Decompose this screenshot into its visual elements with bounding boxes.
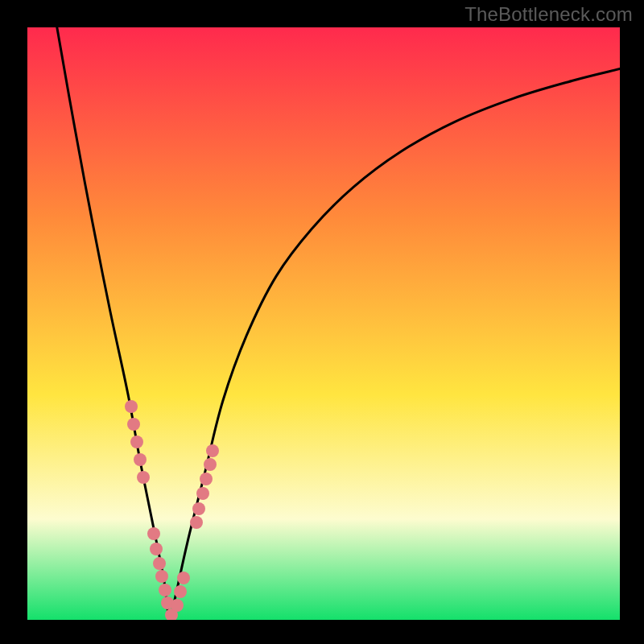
marker-dot [150,543,163,555]
marker-dot [147,527,160,540]
marker-dot [137,471,150,484]
watermark-text: TheBottleneck.com [464,3,633,26]
marker-dot [204,458,217,471]
marker-dot [153,557,166,570]
marker-dot [174,585,187,598]
marker-dot [196,487,209,500]
marker-dot [134,453,147,466]
marker-dot [200,473,213,485]
marker-dot [127,418,140,431]
marker-dot [177,572,190,584]
marker-dot [192,502,205,515]
marker-dot [190,516,203,529]
marker-dot [171,599,184,612]
marker-dot [206,444,219,457]
chart-frame: TheBottleneck.com [0,0,644,644]
bottleneck-curve [57,27,620,620]
curve-layer [27,27,620,620]
plot-area [27,27,620,620]
marker-dot [125,400,138,413]
marker-dot [155,570,168,583]
marker-dot [159,584,171,597]
marker-dot [130,436,143,448]
